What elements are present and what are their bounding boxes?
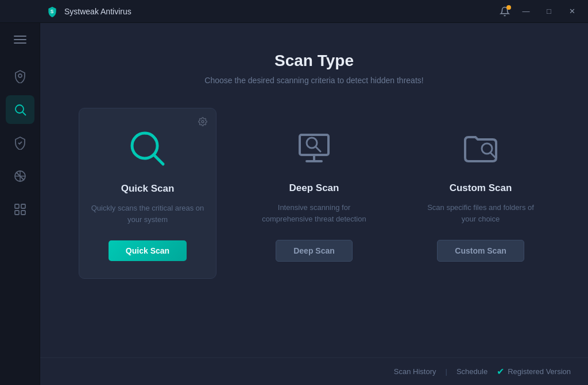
quick-scan-desc: Quickly scans the critical areas on your… <box>91 203 204 227</box>
window-controls: — □ ✕ <box>496 3 582 20</box>
svg-line-11 <box>154 155 163 164</box>
sidebar-item-protection[interactable] <box>6 62 34 91</box>
title-bar: S Systweak Antivirus — □ ✕ <box>0 0 588 23</box>
notification-dot <box>506 5 511 10</box>
custom-scan-title: Custom Scan <box>450 182 512 194</box>
notification-button[interactable] <box>496 3 513 20</box>
sidebar-item-scan[interactable] <box>6 95 34 124</box>
close-button[interactable]: ✕ <box>562 3 582 20</box>
sidebar-item-tools[interactable] <box>6 195 34 224</box>
svg-point-1 <box>18 74 22 77</box>
svg-line-18 <box>490 153 495 157</box>
main-layout: Scan Type Choose the desired scanning cr… <box>0 23 588 385</box>
svg-rect-5 <box>15 204 19 208</box>
svg-rect-7 <box>15 211 19 215</box>
app-logo: S <box>46 5 59 18</box>
minimize-button[interactable]: — <box>516 3 536 20</box>
svg-line-3 <box>22 112 26 116</box>
schedule-link[interactable]: Schedule <box>457 367 488 376</box>
custom-scan-icon <box>458 125 504 171</box>
sidebar-item-safeweb[interactable] <box>6 129 34 157</box>
custom-scan-card: Custom Scan Scan specific files and fold… <box>412 108 550 279</box>
settings-icon[interactable] <box>196 115 209 128</box>
deep-scan-button[interactable]: Deep Scan <box>276 240 353 262</box>
sidebar <box>0 23 40 385</box>
deep-scan-card: Deep Scan Intensive scanning for compreh… <box>245 108 383 279</box>
page-header: Scan Type Choose the desired scanning cr… <box>40 23 588 108</box>
deep-scan-desc: Intensive scanning for comprehensive thr… <box>257 202 372 226</box>
footer-divider: | <box>446 367 447 376</box>
content-area: Scan Type Choose the desired scanning cr… <box>40 23 588 385</box>
page-title: Scan Type <box>52 52 577 70</box>
svg-rect-8 <box>21 211 25 215</box>
registered-badge: ✔ Registered Version <box>497 366 571 377</box>
quick-scan-card: Quick Scan Quickly scans the critical ar… <box>79 108 216 279</box>
app-title: Systweak Antivirus <box>64 7 131 16</box>
sidebar-item-firewall[interactable] <box>6 162 34 190</box>
custom-scan-desc: Scan specific files and folders of your … <box>423 202 538 226</box>
custom-scan-button[interactable]: Custom Scan <box>437 240 524 262</box>
sidebar-menu-button[interactable] <box>7 29 33 50</box>
maximize-button[interactable]: □ <box>539 3 559 20</box>
svg-point-2 <box>16 105 24 113</box>
svg-line-16 <box>316 147 320 151</box>
check-circle-icon: ✔ <box>497 366 504 377</box>
deep-scan-icon <box>291 125 337 171</box>
quick-scan-button[interactable]: Quick Scan <box>109 240 187 261</box>
quick-scan-icon <box>125 126 171 172</box>
page-subtitle: Choose the desired scanning criteria to … <box>52 76 577 85</box>
scan-cards-container: Quick Scan Quickly scans the critical ar… <box>40 108 588 357</box>
deep-scan-title: Deep Scan <box>289 182 339 194</box>
svg-rect-6 <box>21 204 25 208</box>
svg-point-9 <box>202 120 204 123</box>
registered-label: Registered Version <box>508 367 571 376</box>
content-footer: Scan History | Schedule ✔ Registered Ver… <box>40 357 588 385</box>
scan-history-link[interactable]: Scan History <box>394 367 436 376</box>
quick-scan-title: Quick Scan <box>121 183 175 195</box>
svg-text:S: S <box>51 9 54 14</box>
